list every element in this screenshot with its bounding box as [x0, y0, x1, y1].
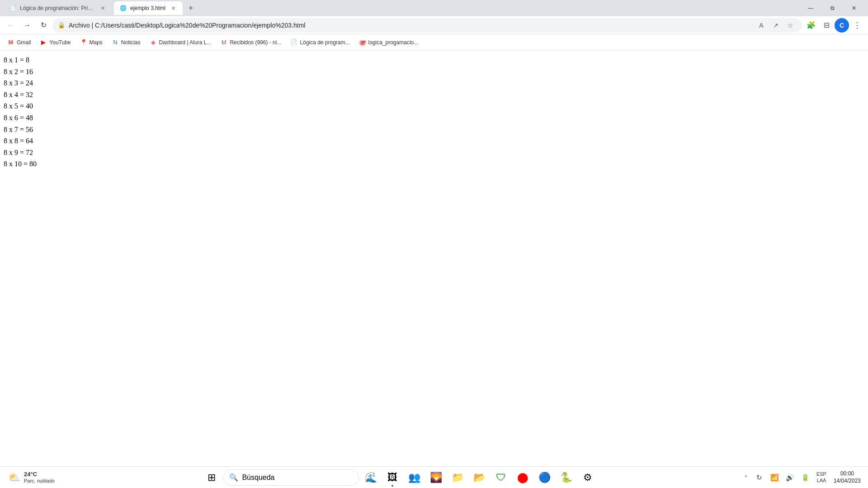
clock-date: 14/04/2023: [834, 478, 861, 485]
url-text: Archivo | C:/Users/casti/Desktop/Logica%…: [69, 22, 751, 29]
tray-chevron[interactable]: ^: [741, 470, 751, 485]
window-controls: — ⧉ ✕: [800, 1, 864, 15]
bookmark-noticias[interactable]: N Noticias: [108, 37, 144, 48]
multiplication-line: 8 x 8 = 64: [4, 135, 864, 147]
taskbar-app-snake[interactable]: 🐍: [556, 468, 576, 488]
tab-1[interactable]: 📄 Lógica de programación: Primer... ✕: [4, 1, 112, 15]
sidebar-icon[interactable]: ⊟: [819, 18, 834, 33]
multiplication-line: 8 x 1 = 8: [4, 54, 864, 66]
multiplication-line: 8 x 4 = 32: [4, 89, 864, 101]
bookmark-dashboard[interactable]: ◆ Dashboard | Alura L...: [146, 37, 215, 48]
share-icon[interactable]: ↗: [769, 19, 782, 32]
multiplication-line: 8 x 9 = 72: [4, 147, 864, 159]
address-bar-icons: A ↗ ☆: [755, 19, 797, 32]
language-area[interactable]: ESP LAA: [814, 471, 829, 483]
multiplication-line: 8 x 5 = 40: [4, 100, 864, 112]
clock-time: 00:00: [840, 470, 854, 478]
recibidos-favicon: M: [220, 39, 227, 46]
tab-1-favicon: 📄: [9, 5, 16, 12]
bookmark-dashboard-label: Dashboard | Alura L...: [159, 39, 212, 46]
taskbar-center: ⊞ 🔍 Búsqueda 🌊 🖼 👥 🌄 📁 📂 🛡 ⬤ 🔵 🐍 ⚙: [60, 468, 740, 488]
bookmark-youtube[interactable]: ▶ YouTube: [36, 37, 74, 48]
back-button[interactable]: ←: [4, 18, 18, 33]
address-bar-area: ← → ↻ 🔒 Archivo | C:/Users/casti/Desktop…: [0, 16, 868, 34]
bookmark-recibidos[interactable]: M Recibidos (996) - ni...: [217, 37, 285, 48]
multiplication-line: 8 x 3 = 24: [4, 77, 864, 89]
title-bar: 📄 Lógica de programación: Primer... ✕ 🌐 …: [0, 0, 868, 16]
profile-button[interactable]: C: [835, 18, 849, 33]
multiplication-line: 8 x 7 = 56: [4, 124, 864, 136]
lock-icon: 🔒: [58, 22, 65, 28]
maps-favicon: 📍: [80, 39, 87, 46]
taskbar-app-tool[interactable]: ⚙: [578, 468, 598, 488]
taskbar-app-photos[interactable]: 🌄: [426, 468, 446, 488]
close-button[interactable]: ✕: [844, 1, 864, 15]
bookmark-gmail[interactable]: M Gmail: [4, 37, 34, 48]
taskbar-right: ^ ↻ 📶 🔊 🔋 ESP LAA 00:00 14/04/2023: [741, 470, 864, 485]
start-button[interactable]: ⊞: [202, 468, 222, 488]
taskbar: ⛅ 24°C Parc. nublado ⊞ 🔍 Búsqueda 🌊 🖼 👥 …: [0, 466, 868, 488]
weather-icon: ⛅: [8, 472, 20, 483]
gmail-favicon: M: [7, 39, 14, 46]
taskbar-app-gallery[interactable]: 🖼: [382, 468, 402, 488]
weather-widget[interactable]: ⛅ 24°C Parc. nublado: [4, 469, 59, 486]
tab-1-close[interactable]: ✕: [99, 4, 107, 12]
bookmark-logica[interactable]: 📄 Lógica de program...: [287, 37, 353, 48]
taskbar-search[interactable]: 🔍 Búsqueda: [223, 469, 359, 486]
bookmark-github-label: logica_progamacio...: [368, 39, 419, 46]
extensions-icon[interactable]: 🧩: [804, 18, 818, 33]
tab-2-title: ejemplo 3.html: [130, 5, 165, 11]
bookmarks-bar: M Gmail ▶ YouTube 📍 Maps N Noticias ◆ Da…: [0, 34, 868, 51]
dashboard-favicon: ◆: [150, 39, 157, 46]
tray-volume-icon[interactable]: 🔊: [783, 470, 797, 485]
taskbar-app-fileexplorer[interactable]: 📁: [448, 468, 467, 488]
multiplication-line: 8 x 2 = 16: [4, 66, 864, 78]
bookmark-noticias-label: Noticias: [121, 39, 141, 46]
taskbar-app-teams[interactable]: 👥: [404, 468, 424, 488]
weather-temp: 24°C: [24, 471, 55, 478]
taskbar-app-files[interactable]: 📂: [469, 468, 489, 488]
weather-condition: Parc. nublado: [24, 478, 55, 484]
new-tab-button[interactable]: +: [184, 2, 197, 14]
taskbar-app-edge[interactable]: 🌊: [361, 468, 381, 488]
logica-favicon: 📄: [290, 39, 297, 46]
reload-button[interactable]: ↻: [36, 18, 51, 33]
bookmark-maps[interactable]: 📍 Maps: [76, 37, 106, 48]
bookmark-star-icon[interactable]: ☆: [784, 19, 797, 32]
language-region: LAA: [817, 478, 826, 483]
bookmark-github[interactable]: 🐙 logica_progamacio...: [355, 37, 422, 48]
tab-2-favicon: 🌐: [119, 5, 127, 12]
bookmark-gmail-label: Gmail: [17, 39, 31, 46]
translate-icon[interactable]: A: [755, 19, 768, 32]
language-lang: ESP: [816, 471, 826, 477]
maximize-button[interactable]: ⧉: [822, 1, 843, 15]
bookmark-recibidos-label: Recibidos (996) - ni...: [230, 39, 281, 46]
taskbar-app-kaspersky[interactable]: 🛡: [491, 468, 511, 488]
tray-battery-icon[interactable]: 🔋: [798, 470, 813, 485]
taskbar-app-antivirus[interactable]: ⬤: [513, 468, 533, 488]
tray-refresh-icon[interactable]: ↻: [752, 470, 767, 485]
tab-1-title: Lógica de programación: Primer...: [20, 5, 95, 11]
search-placeholder: Búsqueda: [242, 474, 274, 482]
forward-button[interactable]: →: [20, 18, 34, 33]
address-bar[interactable]: 🔒 Archivo | C:/Users/casti/Desktop/Logic…: [52, 18, 802, 33]
multiplication-line: 8 x 6 = 48: [4, 112, 864, 124]
tray-network-icon[interactable]: 📶: [768, 470, 782, 485]
taskbar-app-chrome[interactable]: 🔵: [534, 468, 554, 488]
minimize-button[interactable]: —: [800, 1, 821, 15]
tab-2-close[interactable]: ✕: [169, 4, 177, 12]
multiplication-line: 8 x 10 = 80: [4, 158, 864, 170]
menu-button[interactable]: ⋮: [850, 18, 864, 33]
bookmark-youtube-label: YouTube: [49, 39, 71, 46]
tab-2[interactable]: 🌐 ejemplo 3.html ✕: [114, 1, 183, 15]
noticias-favicon: N: [112, 39, 119, 46]
clock-area[interactable]: 00:00 14/04/2023: [830, 470, 864, 484]
toolbar-icons: 🧩 ⊟ C ⋮: [804, 18, 864, 33]
github-favicon: 🐙: [359, 39, 366, 46]
page-content: 8 x 1 = 88 x 2 = 168 x 3 = 248 x 4 = 328…: [0, 51, 868, 174]
youtube-favicon: ▶: [40, 39, 47, 46]
search-icon: 🔍: [229, 473, 238, 482]
bookmark-maps-label: Maps: [90, 39, 103, 46]
bookmark-logica-label: Lógica de program...: [300, 39, 349, 46]
